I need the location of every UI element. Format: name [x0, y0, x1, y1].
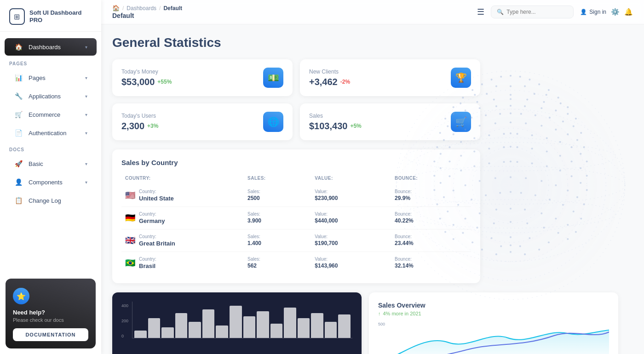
notifications-icon[interactable]: 🔔 — [624, 8, 633, 16]
bounce-cell: Bounce: 32.14% — [391, 252, 471, 274]
signin-button[interactable]: 👤 Sign in — [580, 9, 606, 15]
bar — [284, 308, 296, 338]
sidebar-item-pages[interactable]: 📊 Pages ▾ — [5, 69, 97, 86]
svg-point-178 — [524, 253, 526, 255]
search-input[interactable] — [506, 9, 566, 15]
chevron-icon: ▾ — [85, 180, 87, 185]
stat-card-clients-info: New Clients +3,462 -2% — [309, 69, 350, 87]
breadcrumb-current: Default — [163, 5, 182, 11]
bar — [298, 318, 310, 338]
svg-point-173 — [538, 249, 540, 251]
svg-point-79 — [580, 153, 581, 155]
sidebar-item-changelog[interactable]: 📋 Change Log — [5, 192, 97, 209]
arrow-up-icon: ↑ — [378, 311, 381, 316]
svg-point-47 — [495, 105, 497, 107]
sidebar-item-authentication[interactable]: 📄 Authentication ▾ — [5, 124, 97, 142]
svg-point-21 — [524, 86, 526, 87]
svg-point-64 — [583, 146, 585, 148]
breadcrumb: 🏠 / Dashboards / Default — [112, 5, 182, 11]
svg-point-36 — [493, 99, 495, 101]
sidebar-item-label: Pages — [29, 74, 46, 81]
col-header-country: Country: — [121, 174, 244, 184]
svg-point-72 — [540, 125, 542, 126]
documentation-button[interactable]: DOCUMENTATION — [13, 328, 88, 341]
svg-point-152 — [555, 217, 557, 219]
col-header-bounce: Bounce: — [391, 174, 471, 184]
chevron-icon: ▾ — [85, 45, 87, 50]
svg-point-73 — [494, 122, 496, 124]
svg-point-100 — [546, 150, 548, 152]
svg-point-89 — [516, 133, 518, 135]
svg-point-37 — [526, 99, 528, 101]
sidebar-logo: ⊞ Soft UI Dashboard PRO — [0, 0, 101, 32]
breadcrumb-dashboards[interactable]: Dashboards — [126, 5, 156, 11]
app-name: Soft UI Dashboard PRO — [29, 9, 92, 23]
svg-point-118 — [503, 161, 505, 163]
sidebar-item-label: Authentication — [29, 130, 66, 137]
bar — [311, 313, 323, 338]
sidebar-item-dashboards[interactable]: 🏠 Dashboards ▾ — [5, 38, 97, 56]
svg-point-81 — [571, 146, 573, 148]
settings-icon[interactable]: ⚙️ — [611, 8, 620, 16]
y-axis-labels: 400 200 0 — [121, 302, 128, 338]
breadcrumb-sep2: / — [159, 5, 161, 11]
y-label-200: 200 — [121, 319, 128, 323]
svg-point-120 — [510, 160, 512, 162]
sidebar-item-components[interactable]: 👤 Components ▾ — [5, 173, 97, 191]
stat-card-money-info: Today's Money $53,000 +55% — [121, 69, 172, 87]
bar — [257, 311, 269, 338]
basic-icon: 🚀 — [14, 159, 23, 168]
hamburger-button[interactable]: ☰ — [477, 7, 484, 17]
bar-chart-card: 400 200 0 — [112, 292, 362, 354]
applications-icon: 🔧 — [14, 91, 23, 101]
svg-point-4 — [472, 147, 549, 223]
sidebar-item-label: Applications — [29, 93, 61, 100]
stat-number: 2,300 — [121, 121, 144, 131]
bar — [270, 324, 283, 338]
sales-overview-title: Sales Overview — [378, 302, 609, 309]
svg-point-26 — [486, 93, 488, 95]
svg-point-94 — [580, 167, 581, 169]
help-star-icon: ⭐ — [13, 288, 29, 304]
sidebar: ⊞ Soft UI Dashboard PRO 🏠 Dashboards ▾ P… — [0, 0, 101, 354]
svg-point-170 — [529, 237, 530, 239]
svg-point-145 — [520, 192, 522, 194]
svg-point-109 — [580, 182, 581, 184]
sidebar-item-basic[interactable]: 🚀 Basic ▾ — [5, 155, 97, 172]
svg-point-58 — [485, 114, 487, 116]
stat-card-sales-info: Sales $103,430 +5% — [309, 113, 362, 131]
ecommerce-icon: 🛒 — [14, 110, 23, 119]
svg-point-25 — [534, 93, 535, 95]
bar — [338, 314, 351, 338]
svg-point-53 — [573, 126, 575, 127]
svg-point-174 — [500, 246, 502, 247]
svg-point-144 — [499, 192, 501, 194]
sidebar-item-ecommerce[interactable]: 🛒 Ecommerce ▾ — [5, 106, 97, 123]
sidebar-item-applications[interactable]: 🔧 Applications ▾ — [5, 87, 97, 105]
search-box[interactable]: 🔍 — [491, 6, 574, 18]
sidebar-item-label: Dashboards — [29, 44, 61, 51]
bar — [243, 316, 256, 338]
svg-point-165 — [526, 223, 528, 224]
svg-point-124 — [576, 196, 578, 198]
stat-value: +3,462 -2% — [309, 77, 350, 87]
svg-point-90 — [510, 132, 512, 134]
main-content: 🏠 / Dashboards / Default Default ☰ 🔍 👤 S… — [101, 0, 644, 354]
svg-point-59 — [535, 114, 536, 116]
sales-cell: Sales: 1.400 — [244, 229, 311, 252]
table-row: 🇩🇪 Country: Germany Sales: 3.900 Value: … — [121, 207, 471, 229]
pages-icon: 📊 — [14, 73, 23, 82]
chevron-icon: ▾ — [85, 112, 87, 117]
bar — [202, 309, 215, 338]
svg-point-22 — [495, 86, 497, 87]
svg-point-164 — [493, 223, 495, 224]
svg-point-128 — [555, 184, 557, 186]
svg-point-141 — [549, 199, 551, 200]
bar — [134, 331, 147, 338]
svg-point-132 — [525, 177, 527, 179]
stat-number: +3,462 — [309, 77, 338, 87]
svg-point-42 — [567, 113, 569, 115]
signin-label: Sign in — [589, 9, 606, 15]
stat-value: $103,430 +5% — [309, 121, 362, 131]
header: 🏠 / Dashboards / Default Default ☰ 🔍 👤 S… — [101, 0, 644, 24]
